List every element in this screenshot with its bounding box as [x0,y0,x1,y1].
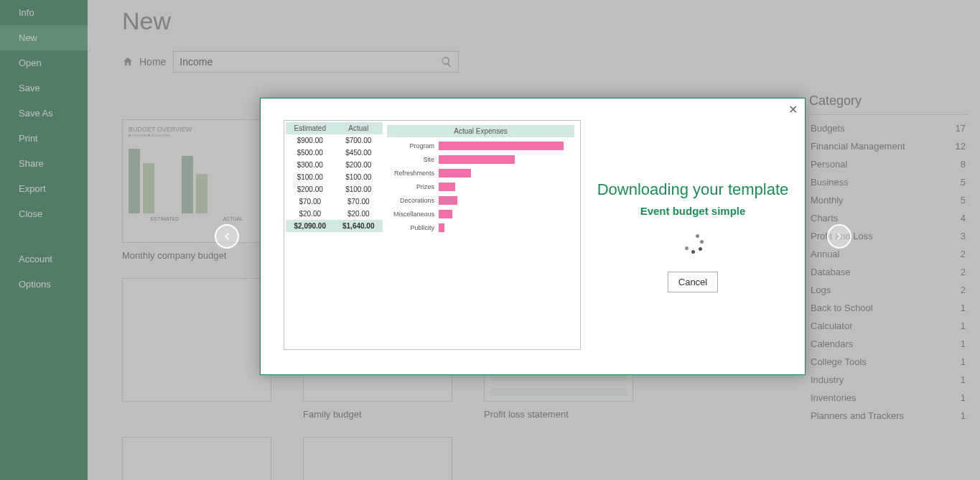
category-item[interactable]: Calculator1 [809,317,967,335]
sidebar-item-export[interactable]: Export [0,176,88,201]
category-name: Calendars [811,338,853,349]
search-input[interactable] [179,56,441,68]
cell-actual: $100.00 [335,171,383,183]
table-row: $300.00$200.00 [286,159,383,171]
chart-bar-row: Prizes [387,183,574,191]
category-item[interactable]: Charts4 [809,209,967,227]
sidebar-item-print[interactable]: Print [0,126,88,151]
chart-bar [439,155,515,164]
close-icon[interactable]: ✕ [788,103,798,116]
category-item[interactable]: Business5 [809,173,967,191]
cell-estimated: $20.00 [286,208,335,220]
category-item[interactable]: Logs2 [809,281,967,299]
sidebar-item-close[interactable]: Close [0,201,88,226]
cell-actual: $450.00 [335,147,383,159]
chart-bar [439,196,457,205]
next-template-button[interactable] [827,224,851,249]
category-count: 12 [956,141,966,152]
category-name: Back to School [811,303,873,313]
template-label: Profit loss statement [484,409,633,420]
category-item[interactable]: Database2 [809,263,967,281]
chart-bar [439,223,444,232]
chart-bar-label: Prizes [387,183,439,190]
category-item[interactable]: Industry1 [809,371,967,389]
category-name: Annual [811,249,839,259]
category-item[interactable]: Back to School1 [809,299,967,317]
category-item[interactable]: Inventories1 [809,389,967,407]
category-name: Planners and Trackers [811,410,904,421]
category-item[interactable]: Financial Management12 [809,137,967,155]
template-card[interactable]: Family monthly budget [303,437,452,480]
chevron-left-icon [222,231,232,241]
category-item[interactable]: Personal8 [809,155,967,173]
sidebar-item-open[interactable]: Open [0,50,88,75]
category-item[interactable]: College Tools1 [809,353,967,371]
category-count: 2 [961,267,966,277]
cell-estimated: $100.00 [286,171,335,183]
category-count: 17 [956,123,966,134]
chart-bar-row: Refreshments [387,169,574,177]
category-item[interactable]: Calendars1 [809,335,967,353]
chart-bar-label: Refreshments [387,170,439,177]
chart-bar-label: Publicity [387,224,439,231]
sidebar-item-info[interactable]: Info [0,0,88,25]
prev-template-button[interactable] [215,224,239,249]
table-row: $900.00$700.00 [286,134,383,147]
category-count: 1 [961,338,966,349]
cell-estimated: $900.00 [286,134,335,147]
category-count: 1 [961,374,966,385]
sidebar-item-save-as[interactable]: Save As [0,101,88,126]
downloading-template-name: Event budget simple [640,205,746,217]
template-thumbnail [303,437,452,480]
cell-actual: $200.00 [335,159,383,171]
category-item[interactable]: Budgets17 [809,119,967,137]
category-panel: Category Budgets17Financial Management12… [809,93,967,425]
chart-bar-label: Site [387,156,439,163]
category-item[interactable]: Annual2 [809,245,967,263]
template-card[interactable]: $980My college budget [122,437,271,480]
category-name: Personal [811,159,847,170]
category-count: 8 [961,159,966,170]
chart-bar [439,169,471,177]
chevron-right-icon [834,231,844,241]
sidebar-item-options[interactable]: Options [0,272,88,297]
template-label: Family budget [303,409,452,420]
category-name: Inventories [811,392,857,403]
template-search-box[interactable] [173,51,459,73]
chart-bar-row: Program [387,142,574,150]
table-row: $200.00$100.00 [286,183,383,195]
category-name: Budgets [811,123,845,134]
col-header-estimated: Estimated [286,122,335,134]
category-item[interactable]: Monthly5 [809,191,967,209]
chart-bar-row: Site [387,155,574,164]
chart-bar-row: Miscellaneous [387,210,574,218]
category-name: Financial Management [811,141,905,152]
category-count: 1 [961,320,966,331]
total-actual: $1,640.00 [335,220,383,232]
category-item[interactable]: Planners and Trackers1 [809,407,967,425]
preview-chart: Actual Expenses ProgramSiteRefreshmentsP… [383,122,579,348]
template-card[interactable] [122,278,271,420]
category-count: 5 [961,177,966,188]
chart-bar [439,183,455,191]
category-name: Calculator [811,320,853,331]
cancel-button[interactable]: Cancel [668,272,718,292]
search-icon[interactable] [441,56,452,68]
category-heading: Category [809,93,967,115]
category-count: 4 [961,213,966,223]
template-card[interactable]: BUDGET OVERVIEW■ Income ■ ExpensesESTIMA… [122,119,271,261]
sidebar-item-account[interactable]: Account [0,246,88,272]
sidebar-item-new[interactable]: New [0,25,88,50]
category-count: 1 [961,392,966,403]
cell-actual: $20.00 [335,208,383,220]
category-count: 5 [961,195,966,206]
sidebar-item-save[interactable]: Save [0,75,88,101]
home-link[interactable]: Home [122,56,166,68]
sidebar-item-share[interactable]: Share [0,151,88,176]
chart-bar [439,142,564,150]
cell-actual: $70.00 [335,195,383,208]
downloading-title: Downloading your template [597,180,789,199]
chart-bar-label: Program [387,142,439,149]
template-thumbnail [122,278,271,402]
table-row: $70.00$70.00 [286,195,383,208]
